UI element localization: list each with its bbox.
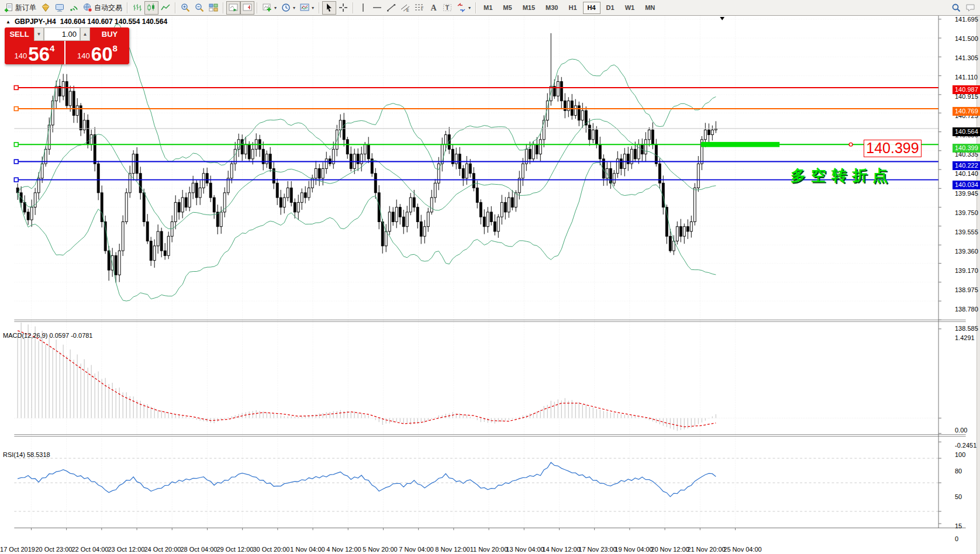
price-tick-label: 141.500 [955, 35, 980, 42]
bid-sup: 4 [50, 44, 54, 53]
price-tick-label: 139.750 [955, 209, 980, 216]
gold-gem-icon [41, 3, 50, 12]
text-icon: A [429, 3, 438, 12]
time-axis-label: 28 Oct 04:00 [181, 546, 218, 553]
ohlc-readout: 140.604 140.607 140.554 140.564 [60, 18, 168, 26]
candlestick-icon [147, 3, 156, 12]
bid-big: 56 [28, 46, 50, 62]
trendline-tool-button[interactable] [384, 1, 398, 15]
zoom-in-button[interactable] [178, 1, 192, 15]
time-axis-label: 20 Oct 23:00 [36, 546, 73, 553]
price-tick-label: 139.170 [955, 267, 980, 274]
macd-indicator-label: MACD(12,26,9) 0.0597 -0.0781 [3, 332, 92, 339]
price-axis-badge: 140.564 [953, 127, 980, 136]
volume-up-button[interactable]: ▲ [80, 27, 90, 41]
periods-button[interactable]: ▾ [279, 1, 298, 15]
time-axis-label: 19 Nov 04:00 [615, 546, 653, 553]
time-axis-label: 7 Nov 04:00 [399, 546, 433, 553]
fibonacci-icon: F [415, 3, 424, 12]
time-axis-label: 14 Nov 12:00 [542, 546, 580, 553]
candlestick-chart-button[interactable] [144, 1, 158, 15]
sell-button[interactable]: SELL [5, 27, 34, 41]
cursor-button[interactable] [322, 1, 336, 15]
chart-canvas[interactable] [0, 16, 980, 543]
market-button[interactable] [39, 1, 53, 15]
bar-chart-button[interactable] [130, 1, 144, 15]
timeframe-button-h4[interactable]: H4 [583, 2, 601, 14]
volume-down-button[interactable]: ▼ [34, 27, 44, 41]
new-order-label: 新订单 [15, 3, 36, 13]
collapse-icon[interactable]: ▲ [6, 19, 11, 25]
time-axis-label: 13 Nov 04:00 [506, 546, 544, 553]
arrows-tool-button[interactable]: ▾ [454, 1, 473, 15]
auto-scroll-icon [229, 3, 238, 12]
ask-big: 60 [91, 46, 113, 62]
line-chart-icon [161, 3, 170, 12]
template-icon [300, 3, 309, 12]
price-level-label[interactable]: 140.399 [864, 140, 922, 157]
channel-tool-button[interactable]: E [398, 1, 412, 15]
text-label-tool-button[interactable]: T [440, 1, 454, 15]
chevron-down-icon: ▾ [312, 5, 314, 11]
turning-point-annotation[interactable]: 多空转折点 [791, 165, 893, 186]
timeframe-group: M1M5M15M30H1H4D1W1MN [479, 2, 660, 14]
autotrading-icon [83, 3, 92, 12]
svg-text:T: T [446, 4, 450, 11]
time-axis-label: 21 Nov 20:00 [687, 546, 725, 553]
timeframe-button-h1[interactable]: H1 [564, 2, 581, 14]
bid-price-display[interactable]: 140 56 4 [5, 41, 64, 64]
buy-button[interactable]: BUY [90, 27, 129, 41]
chat-button[interactable] [963, 1, 978, 15]
rsi-indicator-label: RSI(14) 58.5318 [3, 451, 50, 458]
time-axis-label: 25 Nov 04:00 [723, 546, 761, 553]
timeframe-button-m5[interactable]: M5 [498, 2, 516, 14]
toolbar: 新订单 自动交易 ▾ ▾ [0, 0, 980, 16]
line-chart-button[interactable] [158, 1, 172, 15]
vertical-line-tool-button[interactable] [356, 1, 370, 15]
chat-icon [965, 3, 976, 12]
terminal-button[interactable] [53, 1, 67, 15]
autotrading-button[interactable]: 自动交易 [81, 1, 125, 15]
indicators-icon [263, 3, 272, 12]
timeframe-button-mn[interactable]: MN [640, 2, 660, 14]
chart-shift-icon [243, 3, 252, 12]
zoom-out-button[interactable] [192, 1, 206, 15]
signals-button[interactable] [67, 1, 81, 15]
indicators-button[interactable]: ▾ [260, 1, 279, 15]
timeframe-button-m15[interactable]: M15 [518, 2, 540, 14]
fibonacci-tool-button[interactable]: F [412, 1, 426, 15]
time-axis-label: 8 Nov 12:00 [435, 546, 470, 553]
search-icon [951, 3, 961, 12]
price-tick-label: 139.945 [955, 190, 980, 197]
tile-windows-button[interactable] [206, 1, 220, 15]
timeframe-button-m30[interactable]: M30 [541, 2, 563, 14]
volume-input[interactable] [44, 27, 80, 41]
svg-text:F: F [421, 6, 423, 10]
equidistant-channel-icon: E [401, 3, 410, 12]
chart-workspace[interactable]: ▲ GBPJPY-,H4 140.604 140.607 140.554 140… [0, 16, 980, 554]
horizontal-line-tool-button[interactable] [370, 1, 384, 15]
auto-scroll-button[interactable] [226, 1, 240, 15]
timeframe-button-d1[interactable]: D1 [602, 2, 619, 14]
templates-button[interactable]: ▾ [298, 1, 316, 15]
clock-icon [281, 3, 291, 12]
new-order-button[interactable]: 新订单 [2, 1, 39, 15]
time-axis-label: 30 Oct 20:00 [253, 546, 290, 553]
price-axis-badge: 140.034 [953, 181, 980, 189]
price-tick-label: 141.110 [955, 74, 980, 81]
svg-text:E: E [406, 8, 409, 12]
timeframe-button-m1[interactable]: M1 [479, 2, 497, 14]
time-axis-label: 17 Nov 23:00 [578, 546, 616, 553]
crosshair-button[interactable] [336, 1, 350, 15]
ask-price-display[interactable]: 140 60 8 [65, 41, 129, 64]
rsi-tick-label: 100 [955, 451, 980, 458]
chart-shift-button[interactable] [240, 1, 254, 15]
timeframe-button-w1[interactable]: W1 [620, 2, 640, 14]
search-button[interactable] [949, 1, 963, 15]
time-axis-label: 20 Nov 12:00 [651, 546, 689, 553]
price-axis-badge: 140.987 [953, 85, 980, 94]
one-click-trading-panel: SELL ▼ ▲ BUY 140 56 4 140 60 8 [5, 27, 129, 64]
text-tool-button[interactable]: A [426, 1, 440, 15]
trendline-icon [387, 3, 396, 12]
time-axis-label: 24 Oct 20:00 [144, 546, 181, 553]
